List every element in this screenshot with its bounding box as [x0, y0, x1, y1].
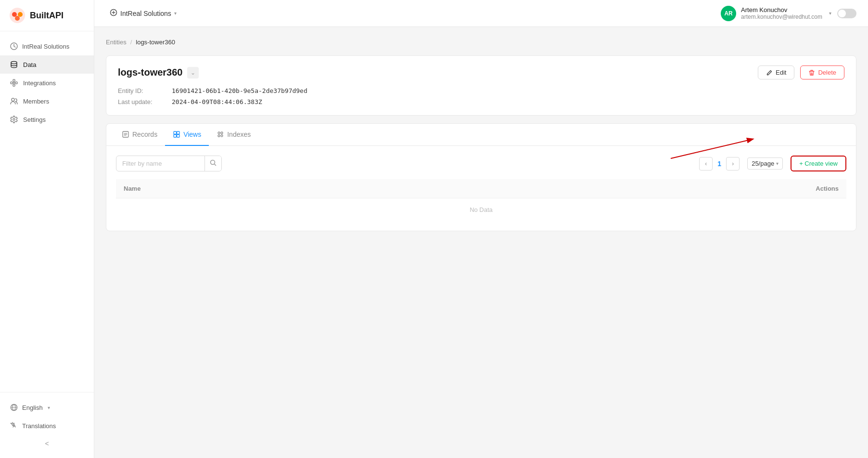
sidebar-language[interactable]: English ▾	[0, 398, 94, 417]
edit-icon	[766, 69, 773, 76]
sidebar-collapse-button[interactable]: <	[0, 435, 94, 452]
records-tab-icon	[122, 131, 129, 138]
pagination-prev-button[interactable]: ‹	[699, 157, 713, 170]
tab-indexes-label: Indexes	[227, 131, 251, 138]
no-data-label: No Data	[116, 198, 846, 222]
toolbar-right: ‹ 1 › 25/page ▾	[699, 156, 846, 171]
user-email: artem.konuchov@wiredhut.com	[741, 13, 822, 20]
tab-views[interactable]: Views	[165, 124, 209, 146]
logo-text: BuiltAPI	[30, 11, 64, 21]
svg-rect-6	[11, 82, 13, 84]
tab-toolbar: ‹ 1 › 25/page ▾	[116, 156, 846, 171]
edit-button[interactable]: Edit	[758, 65, 794, 79]
tab-views-content: ‹ 1 › 25/page ▾	[106, 146, 856, 231]
sidebar-item-integrations-label: Integrations	[23, 79, 56, 87]
create-view-button[interactable]: + Create view	[791, 156, 846, 171]
translations-icon	[10, 421, 18, 430]
sidebar-logo: BuiltAPI	[0, 0, 94, 31]
table-header: Name Actions	[116, 179, 846, 198]
tab-indexes[interactable]: Indexes	[209, 124, 258, 146]
sidebar-item-data[interactable]: Data	[0, 55, 94, 74]
logo-icon	[10, 8, 25, 23]
globe-icon	[10, 403, 18, 412]
entity-update-row: Last update: 2024-04-09T08:44:06.383Z	[118, 98, 844, 105]
sidebar-bottom: English ▾ Translations <	[0, 392, 94, 458]
table-header-name: Name	[116, 179, 451, 198]
svg-point-5	[11, 62, 17, 64]
toggle-switch[interactable]	[837, 9, 856, 18]
table-empty-row: No Data	[116, 198, 846, 222]
svg-rect-7	[15, 82, 17, 84]
table-header-row: Name Actions	[116, 179, 846, 198]
entity-id-row: Entity ID: 16901421-06b1-420b-9e5a-2de37…	[118, 87, 844, 94]
search-button[interactable]	[204, 156, 221, 171]
entity-update-label: Last update:	[118, 98, 166, 105]
entity-meta: Entity ID: 16901421-06b1-420b-9e5a-2de37…	[118, 87, 844, 105]
entity-title-dropdown-button[interactable]: ⌄	[187, 67, 199, 79]
avatar: AR	[721, 6, 736, 21]
entity-header: logs-tower360 ⌄ Edit Delete	[118, 65, 844, 79]
entity-id-value: 16901421-06b1-420b-9e5a-2de37b97d9ed	[172, 87, 307, 94]
svg-point-21	[221, 135, 223, 137]
svg-rect-17	[177, 135, 180, 138]
create-view-wrapper: + Create view	[791, 156, 846, 171]
integrations-icon	[10, 79, 18, 87]
data-icon	[10, 60, 18, 69]
entity-id-label: Entity ID:	[118, 87, 166, 94]
entity-title: logs-tower360	[118, 67, 182, 78]
svg-point-18	[218, 132, 220, 134]
language-chevron-icon: ▾	[48, 405, 50, 410]
tab-records-label: Records	[132, 131, 157, 138]
svg-rect-15	[177, 131, 180, 134]
pagination: ‹ 1 ›	[699, 157, 740, 170]
svg-point-20	[218, 135, 220, 137]
topbar-left: IntReal Solutions ▾	[106, 7, 180, 20]
org-icon	[10, 42, 18, 51]
svg-point-1	[12, 12, 17, 17]
sidebar-item-settings[interactable]: Settings	[0, 110, 94, 129]
sidebar-nav: IntReal Solutions Data Integrations Memb…	[0, 31, 94, 392]
pagination-next-button[interactable]: ›	[726, 157, 740, 170]
filter-input-wrap	[116, 156, 222, 171]
indexes-tab-icon	[217, 131, 224, 138]
sidebar-org-label: IntReal Solutions	[22, 43, 69, 50]
page-size-label: 25/page	[752, 160, 774, 167]
pagination-current-page: 1	[715, 160, 723, 168]
filter-input[interactable]	[116, 157, 204, 170]
breadcrumb-entities-link[interactable]: Entities	[106, 39, 127, 46]
sidebar-item-settings-label: Settings	[23, 116, 46, 123]
entity-dropdown-icon: ⌄	[191, 69, 195, 76]
sidebar-item-data-label: Data	[23, 61, 36, 68]
tab-records[interactable]: Records	[114, 124, 165, 146]
org-selector-label: IntReal Solutions	[120, 10, 171, 17]
entity-title-row: logs-tower360 ⌄	[118, 67, 199, 79]
translations-label: Translations	[22, 422, 56, 430]
sidebar-translations[interactable]: Translations	[0, 417, 94, 435]
settings-icon	[10, 115, 18, 124]
breadcrumb: Entities / logs-tower360	[106, 39, 856, 46]
data-table: Name Actions No Data	[116, 179, 846, 221]
members-icon	[10, 97, 18, 105]
delete-button[interactable]: Delete	[800, 65, 844, 79]
svg-point-19	[221, 132, 223, 134]
page-size-select[interactable]: 25/page ▾	[747, 157, 783, 170]
edit-button-label: Edit	[776, 69, 786, 76]
sidebar-org-item[interactable]: IntReal Solutions	[0, 37, 94, 55]
language-label: English	[22, 404, 43, 411]
org-selector[interactable]: IntReal Solutions ▾	[106, 7, 180, 20]
svg-rect-9	[13, 84, 15, 86]
svg-point-3	[15, 16, 20, 21]
trash-icon	[808, 69, 815, 76]
breadcrumb-current: logs-tower360	[136, 39, 175, 46]
delete-button-label: Delete	[818, 69, 836, 76]
user-info[interactable]: AR Artem Konuchov artem.konuchov@wiredhu…	[721, 6, 831, 21]
page-size-chevron-icon: ▾	[776, 161, 779, 166]
create-view-label: + Create view	[799, 160, 838, 167]
sidebar-item-integrations[interactable]: Integrations	[0, 74, 94, 92]
sidebar-item-members[interactable]: Members	[0, 92, 94, 110]
search-icon	[210, 159, 217, 166]
tab-views-label: Views	[183, 131, 201, 138]
sidebar: BuiltAPI IntReal Solutions Data Integrat…	[0, 0, 94, 458]
entity-update-value: 2024-04-09T08:44:06.383Z	[172, 98, 262, 105]
tabs-header: Records Views Indexes	[106, 124, 856, 146]
